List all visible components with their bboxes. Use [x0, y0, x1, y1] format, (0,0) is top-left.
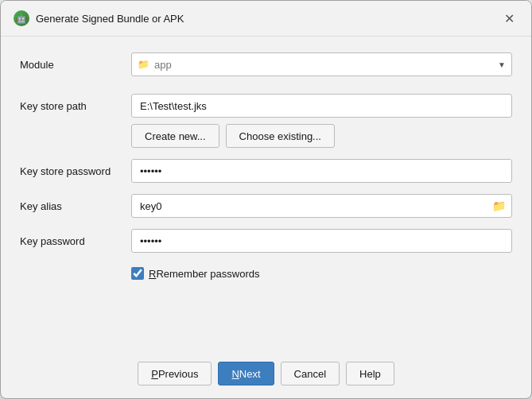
remember-passwords-checkbox[interactable]: [131, 267, 144, 280]
dialog-icon: 🤖: [14, 10, 29, 26]
module-select-wrapper: 📁 app ▼: [131, 52, 512, 76]
key-password-label: Key password: [20, 235, 131, 247]
key-alias-label: Key alias: [20, 200, 131, 212]
key-store-path-row: Key store path: [20, 94, 512, 118]
key-store-password-label: Key store password: [20, 165, 131, 177]
remember-passwords-row: RRemember passwords: [20, 267, 512, 280]
key-store-buttons: Create new... Choose existing...: [20, 124, 512, 148]
cancel-button[interactable]: Cancel: [281, 362, 340, 385]
dialog-content: Module 📁 app ▼ Key store path Create new…: [1, 37, 531, 352]
remember-passwords-checkbox-wrapper[interactable]: RRemember passwords: [131, 267, 259, 280]
remember-passwords-label: RRemember passwords: [149, 268, 259, 280]
next-button[interactable]: NNext: [218, 362, 274, 385]
key-store-path-input[interactable]: [131, 94, 512, 118]
module-select[interactable]: app: [131, 52, 512, 76]
key-store-path-label: Key store path: [20, 100, 131, 112]
dialog-title: Generate Signed Bundle or APK: [36, 13, 184, 25]
previous-button[interactable]: PPrevious: [138, 362, 212, 385]
key-store-password-input[interactable]: [131, 159, 512, 183]
module-label: Module: [20, 59, 131, 71]
create-new-button[interactable]: Create new...: [131, 124, 219, 148]
help-button[interactable]: Help: [346, 362, 394, 385]
key-alias-wrapper: 📁: [131, 194, 512, 218]
close-button[interactable]: ✕: [499, 9, 518, 28]
choose-existing-button[interactable]: Choose existing...: [226, 124, 335, 148]
key-alias-input[interactable]: [131, 194, 512, 218]
title-bar: 🤖 Generate Signed Bundle or APK ✕: [1, 1, 531, 37]
dialog-footer: PPrevious NNext Cancel Help: [1, 352, 531, 398]
key-password-row: Key password: [20, 229, 512, 253]
generate-signed-bundle-dialog: 🤖 Generate Signed Bundle or APK ✕ Module…: [0, 0, 532, 399]
module-row: Module 📁 app ▼: [20, 52, 512, 76]
browse-folder-icon[interactable]: 📁: [492, 200, 506, 212]
folder-small-icon: 📁: [138, 59, 150, 70]
title-bar-left: 🤖 Generate Signed Bundle or APK: [14, 10, 184, 26]
key-store-password-row: Key store password: [20, 159, 512, 183]
key-password-input[interactable]: [131, 229, 512, 253]
key-alias-row: Key alias 📁: [20, 194, 512, 218]
